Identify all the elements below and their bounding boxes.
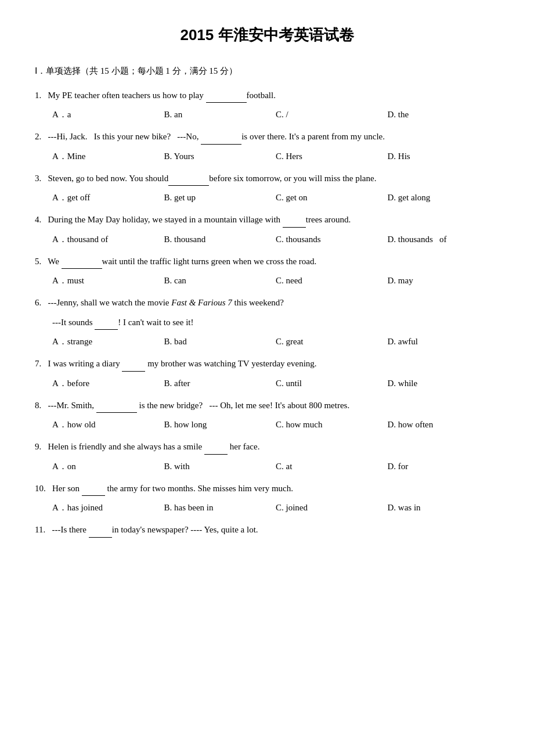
q5-blank [62, 260, 102, 269]
question-7: 7. I was writing a diary my brother was … [35, 357, 499, 390]
question-10-stem: 10. Her son the army for two months. She… [35, 481, 499, 496]
q9-options: A．on B. with C. at D. for [52, 459, 499, 473]
q9-option-d: D. for [388, 459, 500, 473]
q9-option-b: B. with [164, 459, 276, 473]
q5-option-a: A．must [52, 273, 164, 287]
q6-option-d: D. awful [388, 334, 500, 348]
q10-blank [82, 487, 105, 496]
q8-option-b: B. how long [164, 417, 276, 431]
q6-option-b: B. bad [164, 334, 276, 348]
q3-blank [168, 177, 209, 186]
question-4-stem: 4. During the May Day holiday, we stayed… [35, 213, 499, 228]
q1-options: A．a B. an C. / D. the [52, 107, 499, 121]
question-6-stem: 6. ---Jenny, shall we watch the movie Fa… [35, 296, 499, 311]
q4-option-b: B. thousand [164, 232, 276, 246]
question-9-stem: 9. Helen is friendly and she always has … [35, 440, 499, 455]
question-6: 6. ---Jenny, shall we watch the movie Fa… [35, 296, 499, 348]
q7-option-d: D. while [388, 376, 500, 390]
q6-options: A．strange B. bad C. great D. awful [52, 334, 499, 348]
q2-option-a: A．Mine [52, 149, 164, 163]
q8-option-d: D. how often [388, 417, 500, 431]
question-11: 11. ---Is there in today's newspaper? --… [35, 523, 499, 538]
q2-option-c: C. Hers [276, 149, 388, 163]
q10-options: A．has joined B. has been in C. joined D.… [52, 501, 499, 514]
q7-option-c: C. until [276, 376, 388, 390]
q9-blank [204, 445, 228, 455]
q8-option-a: A．how old [52, 417, 164, 431]
question-6-stem2: ---It sounds ! I can't wait to see it! [52, 315, 499, 330]
question-5-stem: 5. We wait until the traffic light turns… [35, 254, 499, 269]
question-8: 8. ---Mr. Smith, is the new bridge? --- … [35, 398, 499, 432]
q5-option-c: C. need [276, 273, 388, 287]
q2-blank [201, 135, 241, 145]
q4-option-d: D. thousands of [388, 232, 500, 246]
question-3: 3. Steven, go to bed now. You shouldbefo… [35, 171, 499, 205]
q3-option-d: D. get along [388, 190, 500, 204]
q1-option-a: A．a [52, 107, 164, 121]
q4-blank [283, 218, 306, 228]
q3-option-b: B. get up [164, 190, 276, 204]
q4-option-a: A．thousand of [52, 232, 164, 246]
question-1-stem: 1. My PE teacher often teachers us how t… [35, 88, 499, 103]
q5-options: A．must B. can C. need D. may [52, 273, 499, 287]
q1-blank [206, 93, 247, 103]
question-9: 9. Helen is friendly and she always has … [35, 440, 499, 473]
q8-blank [96, 404, 137, 413]
q3-option-a: A．get off [52, 190, 164, 204]
q4-option-c: C. thousands [276, 232, 388, 246]
q6-blank [95, 321, 118, 330]
q4-options: A．thousand of B. thousand C. thousands D… [52, 232, 499, 246]
q2-options: A．Mine B. Yours C. Hers D. His [52, 149, 499, 163]
q10-option-b: B. has been in [164, 501, 276, 514]
question-2-stem: 2. ---Hi, Jack. Is this your new bike? -… [35, 129, 499, 145]
q2-option-b: B. Yours [164, 149, 276, 163]
q7-option-a: A．before [52, 376, 164, 390]
q10-option-c: C. joined [276, 501, 388, 514]
page-title: 2015 年淮安中考英语试卷 [35, 23, 499, 48]
q8-option-c: C. how much [276, 417, 388, 431]
q1-option-d: D. the [388, 107, 500, 121]
q10-option-d: D. was in [388, 501, 500, 514]
q7-blank [122, 362, 145, 372]
q11-blank [89, 528, 112, 538]
q9-option-c: C. at [276, 459, 388, 473]
q1-option-b: B. an [164, 107, 276, 121]
q5-option-b: B. can [164, 273, 276, 287]
question-7-stem: 7. I was writing a diary my brother was … [35, 357, 499, 372]
q1-number: 1. My PE teacher often teachers us how t… [35, 91, 276, 100]
question-3-stem: 3. Steven, go to bed now. You shouldbefo… [35, 171, 499, 186]
q7-option-b: B. after [164, 376, 276, 390]
q3-option-c: C. get on [276, 190, 388, 204]
question-2: 2. ---Hi, Jack. Is this your new bike? -… [35, 129, 499, 163]
question-1: 1. My PE teacher often teachers us how t… [35, 88, 499, 122]
question-4: 4. During the May Day holiday, we stayed… [35, 213, 499, 246]
q7-options: A．before B. after C. until D. while [52, 376, 499, 390]
q9-option-a: A．on [52, 459, 164, 473]
q2-option-d: D. His [388, 149, 500, 163]
question-11-stem: 11. ---Is there in today's newspaper? --… [35, 523, 499, 538]
q3-options: A．get off B. get up C. get on D. get alo… [52, 190, 499, 204]
question-10: 10. Her son the army for two months. She… [35, 481, 499, 515]
q6-option-a: A．strange [52, 334, 164, 348]
question-8-stem: 8. ---Mr. Smith, is the new bridge? --- … [35, 398, 499, 413]
section-header: Ⅰ．单项选择（共 15 小题；每小题 1 分，满分 15 分） [35, 64, 499, 78]
q10-option-a: A．has joined [52, 501, 164, 514]
q1-option-c: C. / [276, 107, 388, 121]
q6-option-c: C. great [276, 334, 388, 348]
q8-options: A．how old B. how long C. how much D. how… [52, 417, 499, 431]
q5-option-d: D. may [388, 273, 500, 287]
question-5: 5. We wait until the traffic light turns… [35, 254, 499, 288]
